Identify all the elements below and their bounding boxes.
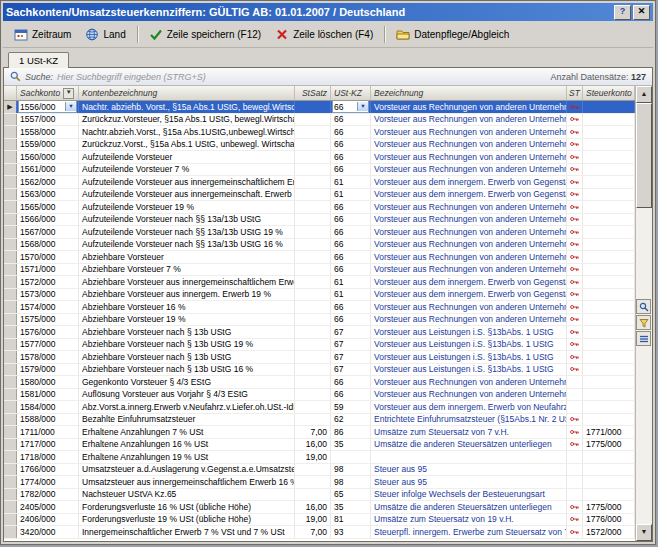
cell-ust-kz[interactable]: 66▼ [331, 126, 371, 138]
cell-steuerkonto[interactable] [583, 289, 635, 301]
cell-sachkonto[interactable]: 1576/000▼ [17, 326, 79, 338]
column-header-steuerkonto[interactable]: Steuerkonto [583, 86, 635, 100]
cell-stsatz[interactable] [295, 464, 331, 476]
cell-steuerkonto[interactable] [583, 326, 635, 338]
cell-stsatz[interactable]: 7,00 [295, 426, 331, 438]
cell-steuerkonto[interactable] [583, 414, 635, 426]
table-row[interactable]: ▶ 1782/000▼ Nachsteuer UStVA Kz.65 65▼ S… [4, 489, 635, 502]
cell-bezeichnung[interactable]: Steuerpfl. innergem. Erwerbe zum Steuers… [371, 526, 567, 538]
cell-stsatz[interactable] [295, 401, 331, 413]
cell-ust-kz[interactable]: 67▼ [331, 339, 371, 351]
cell-steuerkonto[interactable] [583, 164, 635, 176]
cell-steuerkonto[interactable] [583, 314, 635, 326]
cell-ust-kz[interactable]: 66▼ [331, 389, 371, 401]
cell-steuerkonto[interactable] [583, 151, 635, 163]
cell-stsatz[interactable]: 19,00 [295, 451, 331, 463]
table-row[interactable]: ▶ 1571/000▼ Abziehbare Vorsteuer 7 % 66▼… [4, 264, 635, 277]
cell-sachkonto[interactable]: 1571/000▼ [17, 264, 79, 276]
cell-steuerkonto[interactable] [583, 264, 635, 276]
cell-steuerkonto[interactable] [583, 489, 635, 501]
table-row[interactable]: ▶ 1766/000▼ Umsatzsteuer a.d.Auslagerung… [4, 464, 635, 477]
cell-bezeichnung[interactable]: Vorsteuer aus Rechnungen von anderen Unt… [371, 139, 567, 151]
cell-sachkonto[interactable]: 2405/000▼ [17, 501, 79, 513]
cell-bezeichnung[interactable]: Vorsteuer aus Rechnungen von anderen Unt… [371, 239, 567, 251]
cell-kontenbezeichnung[interactable]: Abziehbare Vorsteuer aus innergemeinscha… [79, 276, 295, 288]
cell-sachkonto[interactable]: 1573/000▼ [17, 289, 79, 301]
row-selector-cell[interactable]: ▶ [4, 226, 17, 238]
row-selector-cell[interactable]: ▶ [4, 151, 17, 163]
cell-ust-kz[interactable]: 61▼ [331, 189, 371, 201]
cell-steuerkonto[interactable] [583, 401, 635, 413]
cell-ust-kz[interactable]: 67▼ [331, 351, 371, 363]
cell-sachkonto[interactable]: 1562/000▼ [17, 176, 79, 188]
cell-steuerkonto[interactable] [583, 189, 635, 201]
cell-stsatz[interactable] [295, 289, 331, 301]
cell-kontenbezeichnung[interactable]: Forderungsverluste 16 % USt (übliche Höh… [79, 501, 295, 513]
cell-kontenbezeichnung[interactable]: Auflösung Vorsteuer aus Vorjahr § 4/3 ES… [79, 389, 295, 401]
row-selector-cell[interactable]: ▶ [4, 239, 17, 251]
land-button[interactable]: Land [78, 25, 132, 44]
table-row[interactable]: ▶ 1572/000▼ Abziehbare Vorsteuer aus inn… [4, 276, 635, 289]
cell-sachkonto[interactable]: 1561/000▼ [17, 164, 79, 176]
row-selector-header[interactable] [4, 86, 17, 100]
cell-bezeichnung[interactable]: Vorsteuer aus dem innergem. Erwerb von N… [371, 401, 567, 413]
cell-kontenbezeichnung[interactable]: Aufzuteilende Vorsteuer aus innergemeins… [79, 189, 295, 201]
cell-kontenbezeichnung[interactable]: Abz.Vorst.a.innerg.Erwerb v.Neufahrz.v.L… [79, 401, 295, 413]
row-selector-cell[interactable]: ▶ [4, 351, 17, 363]
row-selector-cell[interactable]: ▶ [4, 376, 17, 388]
cell-kontenbezeichnung[interactable]: Aufzuteilende Vorsteuer 7 % [79, 164, 295, 176]
cell-bezeichnung[interactable]: Vorsteuer aus Leistungen i.S. §13bAbs. 1… [371, 326, 567, 338]
table-row[interactable]: ▶ 1576/000▼ Abziehbare Vorsteuer nach § … [4, 326, 635, 339]
cell-sachkonto[interactable]: 1718/000▼ [17, 451, 79, 463]
cell-bezeichnung[interactable]: Vorsteuer aus Rechnungen von anderen Unt… [371, 226, 567, 238]
row-selector-cell[interactable]: ▶ [4, 201, 17, 213]
table-row[interactable]: ▶ 1558/000▼ Nachtr.abzieh.Vorst., §15a A… [4, 126, 635, 139]
cell-sachkonto[interactable]: 3420/000▼ [17, 526, 79, 538]
cell-kontenbezeichnung[interactable]: Abziehbare Vorsteuer [79, 251, 295, 263]
cell-bezeichnung[interactable]: Vorsteuer aus Rechnungen von anderen Unt… [371, 389, 567, 401]
cell-ust-kz[interactable]: 98▼ [331, 476, 371, 488]
cell-bezeichnung[interactable]: Vorsteuer aus Rechnungen von anderen Unt… [371, 114, 567, 126]
cell-kontenbezeichnung[interactable]: Erhaltene Anzahlungen 7 % USt [79, 426, 295, 438]
table-row[interactable]: ▶ 1575/000▼ Abziehbare Vorsteuer 19 % 66… [4, 314, 635, 327]
row-selector-cell[interactable]: ▶ [4, 439, 17, 451]
row-selector-cell[interactable]: ▶ [4, 264, 17, 276]
table-row[interactable]: ▶ 1557/000▼ Zurückzuz.Vorsteuer, §15a Ab… [4, 114, 635, 127]
cell-kontenbezeichnung[interactable]: Abziehbare Vorsteuer nach § 13b UStG [79, 351, 295, 363]
scrollbar-track[interactable] [636, 103, 652, 524]
cell-steuerkonto[interactable] [583, 351, 635, 363]
search-bar[interactable]: Suche: Hier Suchbegriff eingeben (STRG+S… [4, 68, 652, 86]
cell-stsatz[interactable] [295, 314, 331, 326]
cell-kontenbezeichnung[interactable]: Abziehbare Vorsteuer 19 % [79, 314, 295, 326]
cell-ust-kz[interactable]: 62▼ [331, 414, 371, 426]
cell-kontenbezeichnung[interactable]: Aufzuteilende Vorsteuer nach §§ 13a/13b … [79, 214, 295, 226]
cell-sachkonto[interactable]: 1565/000▼ [17, 201, 79, 213]
table-row[interactable]: ▶ 1574/000▼ Abziehbare Vorsteuer 16 % 66… [4, 301, 635, 314]
row-selector-cell[interactable]: ▶ [4, 426, 17, 438]
row-selector-cell[interactable]: ▶ [4, 214, 17, 226]
table-row[interactable]: ▶ 1563/000▼ Aufzuteilende Vorsteuer aus … [4, 189, 635, 202]
table-row[interactable]: ▶ 1578/000▼ Abziehbare Vorsteuer nach § … [4, 351, 635, 364]
cell-kontenbezeichnung[interactable]: Aufzuteilende Vorsteuer 19 % [79, 201, 295, 213]
row-selector-cell[interactable]: ▶ [4, 114, 17, 126]
scroll-down-button[interactable]: ▼ [636, 524, 652, 541]
cell-bezeichnung[interactable]: Steuer aus 95 [371, 464, 567, 476]
cell-kontenbezeichnung[interactable]: Bezahlte Einfuhrumsatzsteuer [79, 414, 295, 426]
cell-steuerkonto[interactable] [583, 239, 635, 251]
datenpflege-button[interactable]: Datenpflege/Abgleich [389, 25, 516, 44]
scroll-up-button[interactable]: ▲ [636, 86, 652, 103]
cell-steuerkonto[interactable] [583, 139, 635, 151]
cell-kontenbezeichnung[interactable]: Nachtr.abzieh.Vorst., §15a Abs.1UStG,unb… [79, 126, 295, 138]
cell-kontenbezeichnung[interactable]: Abziehbare Vorsteuer nach § 13b UStG [79, 326, 295, 338]
cell-bezeichnung[interactable]: Vorsteuer aus Leistungen i.S. §13bAbs. 1… [371, 364, 567, 376]
cell-sachkonto[interactable]: 1556/000▼ [17, 101, 79, 113]
cell-stsatz[interactable] [295, 126, 331, 138]
row-selector-cell[interactable]: ▶ [4, 126, 17, 138]
cell-sachkonto[interactable]: 1559/000▼ [17, 139, 79, 151]
cell-kontenbezeichnung[interactable]: Aufzuteilende Vorsteuer nach §§ 13a/13b … [79, 226, 295, 238]
cell-kontenbezeichnung[interactable]: Abziehbare Vorsteuer nach § 13b UStG 16 … [79, 364, 295, 376]
cell-ust-kz[interactable]: 35▼ [331, 501, 371, 513]
search-input[interactable]: Hier Suchbegriff eingeben (STRG+S) [57, 72, 550, 82]
cell-steuerkonto[interactable]: 1775/000 [583, 501, 635, 513]
cell-sachkonto[interactable]: 1579/000▼ [17, 364, 79, 376]
